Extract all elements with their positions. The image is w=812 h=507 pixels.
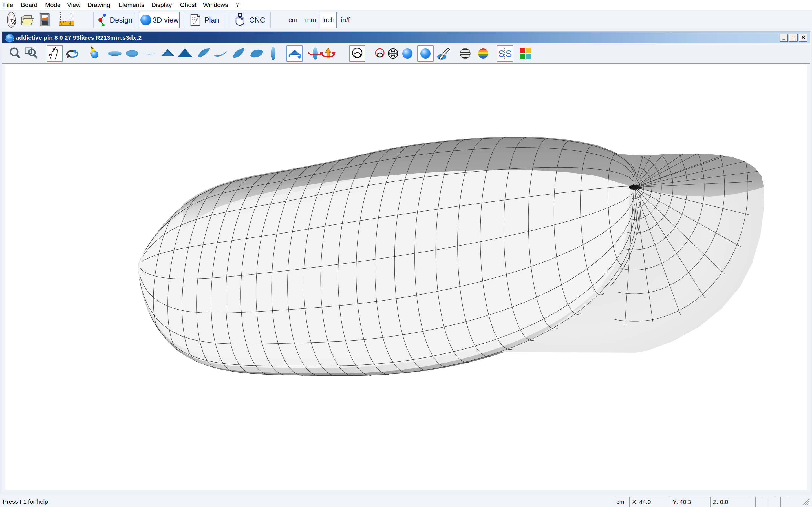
svg-text:S: S xyxy=(506,48,512,59)
svg-text:0: 0 xyxy=(69,22,71,25)
svg-text:1: 1 xyxy=(61,22,63,25)
svg-text:S: S xyxy=(498,48,505,59)
